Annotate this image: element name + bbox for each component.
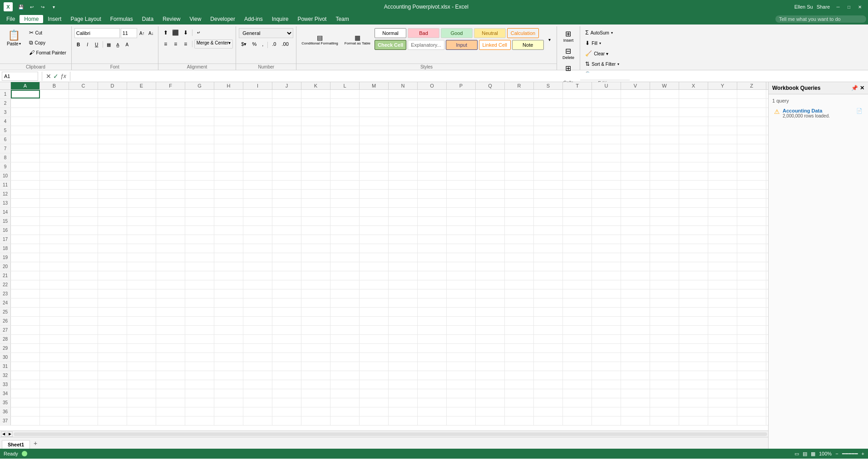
- cell[interactable]: [650, 344, 679, 352]
- cell[interactable]: [447, 144, 476, 153]
- menu-team[interactable]: Team: [331, 15, 353, 23]
- wq-item-file-icon[interactable]: 📄: [856, 108, 863, 114]
- cell[interactable]: [40, 108, 69, 117]
- cell[interactable]: [679, 362, 708, 371]
- cell[interactable]: [214, 380, 243, 389]
- cell[interactable]: [185, 317, 214, 325]
- cell[interactable]: [214, 362, 243, 371]
- cell[interactable]: [708, 253, 737, 262]
- cell[interactable]: [98, 353, 127, 362]
- cell[interactable]: [708, 271, 737, 280]
- cell[interactable]: [621, 162, 650, 171]
- cell[interactable]: [389, 344, 418, 352]
- cell[interactable]: [272, 380, 301, 389]
- cell[interactable]: [679, 299, 708, 307]
- cell[interactable]: [40, 317, 69, 325]
- cell[interactable]: [214, 289, 243, 298]
- cell[interactable]: [40, 99, 69, 108]
- style-explanatory-btn[interactable]: Explanatory...: [408, 40, 444, 50]
- cell[interactable]: [301, 308, 330, 316]
- cell[interactable]: [330, 217, 360, 225]
- cell[interactable]: [272, 398, 301, 407]
- cell[interactable]: [69, 262, 98, 271]
- cell[interactable]: [156, 280, 185, 289]
- cell[interactable]: [708, 126, 737, 135]
- cell[interactable]: [127, 326, 156, 334]
- cell[interactable]: [11, 190, 40, 198]
- cell[interactable]: [737, 253, 766, 262]
- cell[interactable]: [330, 171, 360, 180]
- cell[interactable]: [11, 162, 40, 171]
- cell[interactable]: [98, 108, 127, 117]
- cell[interactable]: [418, 181, 447, 189]
- cell[interactable]: [708, 353, 737, 362]
- cell[interactable]: [534, 262, 563, 271]
- cell[interactable]: [301, 271, 330, 280]
- cell[interactable]: [708, 244, 737, 253]
- cell[interactable]: [592, 371, 621, 380]
- cell[interactable]: [243, 335, 272, 343]
- cell[interactable]: [40, 235, 69, 244]
- style-neutral-btn[interactable]: Neutral: [474, 28, 506, 38]
- cell[interactable]: [476, 90, 505, 98]
- cell[interactable]: [360, 389, 389, 398]
- cell[interactable]: [447, 271, 476, 280]
- cell[interactable]: [156, 362, 185, 371]
- cell[interactable]: [127, 308, 156, 316]
- cell[interactable]: [214, 99, 243, 108]
- style-note-btn[interactable]: Note: [512, 40, 544, 50]
- cell[interactable]: [650, 244, 679, 253]
- cell[interactable]: [127, 398, 156, 407]
- cell[interactable]: [505, 217, 534, 225]
- cell[interactable]: [156, 299, 185, 307]
- cell[interactable]: [214, 262, 243, 271]
- cell[interactable]: [389, 416, 418, 425]
- cell[interactable]: [708, 208, 737, 216]
- cell[interactable]: [737, 398, 766, 407]
- cell[interactable]: [505, 162, 534, 171]
- cell[interactable]: [476, 398, 505, 407]
- cell[interactable]: [650, 217, 679, 225]
- cell[interactable]: [330, 326, 360, 334]
- cell[interactable]: [650, 317, 679, 325]
- menu-inquire[interactable]: Inquire: [267, 15, 293, 23]
- cell[interactable]: [389, 181, 418, 189]
- cell[interactable]: [534, 344, 563, 352]
- col-header-F[interactable]: F: [156, 82, 185, 89]
- cell[interactable]: [650, 362, 679, 371]
- cell[interactable]: [592, 280, 621, 289]
- cell[interactable]: [592, 389, 621, 398]
- cell[interactable]: [98, 144, 127, 153]
- cell[interactable]: [389, 162, 418, 171]
- cell[interactable]: [272, 353, 301, 362]
- cell[interactable]: [127, 317, 156, 325]
- cell[interactable]: [679, 171, 708, 180]
- cell[interactable]: [156, 190, 185, 198]
- cell[interactable]: [679, 217, 708, 225]
- cell[interactable]: [11, 108, 40, 117]
- cell[interactable]: [679, 181, 708, 189]
- cell[interactable]: [11, 280, 40, 289]
- cell[interactable]: [679, 253, 708, 262]
- cell[interactable]: [621, 389, 650, 398]
- cell[interactable]: [418, 208, 447, 216]
- cell[interactable]: [621, 416, 650, 425]
- align-top-btn[interactable]: ⬆: [161, 28, 170, 37]
- format-painter-button[interactable]: 🖌 Format Painter: [27, 48, 69, 57]
- cell[interactable]: [418, 380, 447, 389]
- cell[interactable]: [534, 235, 563, 244]
- cell[interactable]: [447, 162, 476, 171]
- cell[interactable]: [418, 371, 447, 380]
- cell[interactable]: [621, 244, 650, 253]
- cell[interactable]: [127, 389, 156, 398]
- cell[interactable]: [592, 217, 621, 225]
- cell[interactable]: [418, 190, 447, 198]
- cell[interactable]: [185, 416, 214, 425]
- cell[interactable]: [737, 371, 766, 380]
- cell[interactable]: [98, 398, 127, 407]
- cell[interactable]: [40, 181, 69, 189]
- cell[interactable]: [476, 344, 505, 352]
- cell[interactable]: [272, 117, 301, 126]
- scroll-left-btn[interactable]: ◀: [1, 431, 6, 437]
- cell[interactable]: [360, 171, 389, 180]
